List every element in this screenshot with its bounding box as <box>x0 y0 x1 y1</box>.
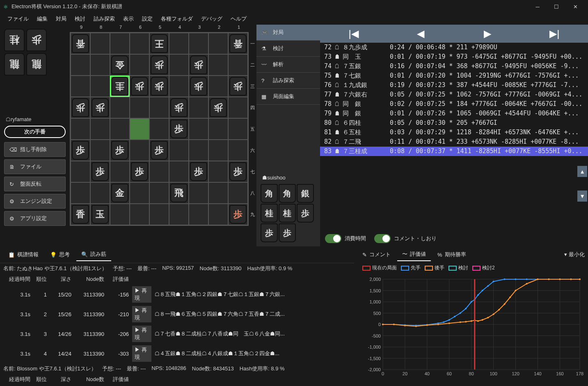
nav-last[interactable]: ▶| <box>521 25 588 43</box>
board-square[interactable] <box>71 76 90 97</box>
piece[interactable]: 歩 <box>170 98 188 117</box>
nav-next[interactable]: ▶ <box>454 25 521 43</box>
board-square[interactable] <box>189 182 208 204</box>
hand-piece[interactable]: 桂 <box>4 29 25 51</box>
board-square[interactable] <box>130 33 149 54</box>
menu-5[interactable]: 表示 <box>119 14 138 24</box>
board-square[interactable]: 歩 <box>228 76 248 97</box>
board-square[interactable]: 歩 <box>208 97 228 118</box>
mode-tab[interactable]: 🎮対局 <box>256 25 320 41</box>
board-square[interactable]: 香 <box>228 33 248 54</box>
piece[interactable]: 歩 <box>72 98 89 117</box>
minimize-button[interactable]: ─ <box>528 0 547 13</box>
toggle-comment[interactable] <box>374 234 391 243</box>
board-square[interactable] <box>169 33 189 54</box>
board-square[interactable]: 金 <box>110 182 130 204</box>
board-square[interactable] <box>169 76 189 97</box>
left-button[interactable]: ⌫指し手削除 <box>4 142 66 157</box>
hand-piece[interactable]: 桂 <box>279 204 296 223</box>
piece[interactable]: 王 <box>151 34 168 53</box>
toggle-time[interactable] <box>325 234 341 243</box>
board-square[interactable] <box>149 97 169 118</box>
hand-piece[interactable]: 角 <box>279 184 296 203</box>
left-button[interactable]: ⚙アプリ設定 <box>4 211 66 226</box>
board-square[interactable]: 歩 <box>130 161 149 182</box>
piece[interactable]: 歩 <box>151 55 168 74</box>
board-square[interactable] <box>130 97 149 118</box>
piece[interactable]: 歩 <box>190 55 207 74</box>
board-square[interactable] <box>110 118 130 140</box>
board-square[interactable]: 歩 <box>149 76 169 97</box>
hand-piece[interactable]: 龍 <box>26 53 47 76</box>
mode-tab[interactable]: 〰解析 <box>256 57 320 73</box>
board-square[interactable] <box>71 118 90 140</box>
analysis-tab[interactable]: 📋棋譜情報 <box>3 248 43 261</box>
piece[interactable]: 歩 <box>229 77 247 96</box>
board-square[interactable] <box>169 54 189 76</box>
board-square[interactable] <box>71 182 90 204</box>
board-square[interactable] <box>90 182 110 204</box>
piece[interactable]: 圭 <box>111 77 128 96</box>
board-square[interactable]: 歩 <box>228 204 248 225</box>
board-square[interactable] <box>208 33 228 54</box>
scroll-down[interactable]: ▼ <box>577 191 587 202</box>
piece[interactable]: 歩 <box>131 77 148 96</box>
hand-piece[interactable]: 歩 <box>279 223 296 242</box>
board-square[interactable]: 歩 <box>90 161 110 182</box>
pv-row[interactable]: 3.1s215/263113390-210▶ 再現☖８一飛☗６五角☖５四銀☗７六… <box>0 304 354 324</box>
hand-piece[interactable]: 銀 <box>297 184 314 203</box>
pv-row[interactable]: 3.1s314/263113390-206▶ 再現☖７七香☗８二成桂☖７八香成☗… <box>0 324 354 344</box>
piece[interactable]: 金 <box>111 184 128 202</box>
board-square[interactable]: 香 <box>71 33 90 54</box>
board-square[interactable]: 玉 <box>90 204 110 225</box>
board-square[interactable]: 飛 <box>169 182 189 204</box>
board-square[interactable] <box>189 140 208 161</box>
board-square[interactable] <box>169 161 189 182</box>
piece[interactable]: 歩 <box>151 77 168 96</box>
board-square[interactable] <box>130 204 149 225</box>
chart-minimize-label[interactable]: ▾ 最小化 <box>564 251 585 258</box>
board-square[interactable]: 香 <box>71 204 90 225</box>
nav-prev[interactable]: ◀ <box>387 25 454 43</box>
piece[interactable]: 歩 <box>72 141 89 160</box>
board-square[interactable] <box>71 161 90 182</box>
board-square[interactable] <box>110 97 130 118</box>
board-square[interactable]: 歩 <box>90 97 110 118</box>
pv-row[interactable]: 3.1s115/203113390-156▶ 再現☖８五飛☗１五角☖２四銀☗７七… <box>0 285 354 304</box>
menu-0[interactable]: ファイル <box>3 14 33 24</box>
piece[interactable]: 歩 <box>170 119 188 138</box>
board-square[interactable] <box>208 54 228 76</box>
board-square[interactable] <box>149 118 169 140</box>
repro-button[interactable]: ▶ 再現 <box>132 345 151 362</box>
board-square[interactable] <box>90 54 110 76</box>
board-square[interactable] <box>90 118 110 140</box>
piece[interactable]: 歩 <box>92 98 109 117</box>
board-square[interactable]: 圭 <box>110 76 130 97</box>
move-row[interactable]: 80 ☖ ６四桂0:05 / 00:07:30 * 205 +7667GI <box>320 118 588 128</box>
menu-9[interactable]: ヘルプ <box>227 14 251 24</box>
piece[interactable]: 玉 <box>92 205 109 224</box>
mode-tab[interactable]: ▦局面編集 <box>256 89 320 105</box>
board-square[interactable] <box>228 54 248 76</box>
board-square[interactable] <box>189 204 208 225</box>
board-square[interactable] <box>149 182 169 204</box>
board-square[interactable] <box>110 204 130 225</box>
board-square[interactable]: 歩 <box>71 97 90 118</box>
board-square[interactable] <box>189 33 208 54</box>
board-square[interactable]: 歩 <box>228 161 248 182</box>
board-square[interactable] <box>208 76 228 97</box>
piece[interactable]: 歩 <box>229 205 247 224</box>
chart-tab[interactable]: %期待勝率 <box>432 248 471 261</box>
board-square[interactable]: 歩 <box>189 76 208 97</box>
move-row[interactable]: 81 ☗ ６五桂0:03 / 00:07:29 * 1218 -8284HI +… <box>320 128 588 137</box>
board-square[interactable]: 歩 <box>130 76 149 97</box>
chart-tab[interactable]: ✎コメント <box>357 248 396 261</box>
menu-4[interactable]: 詰み探索 <box>89 14 119 24</box>
hand-piece[interactable]: 龍 <box>4 53 25 76</box>
board-square[interactable] <box>130 118 149 140</box>
board-square[interactable] <box>110 161 130 182</box>
menu-1[interactable]: 編集 <box>33 14 52 24</box>
left-button[interactable]: 🗎ファイル <box>4 159 66 174</box>
board-square[interactable] <box>110 33 130 54</box>
piece[interactable]: 歩 <box>190 162 207 181</box>
